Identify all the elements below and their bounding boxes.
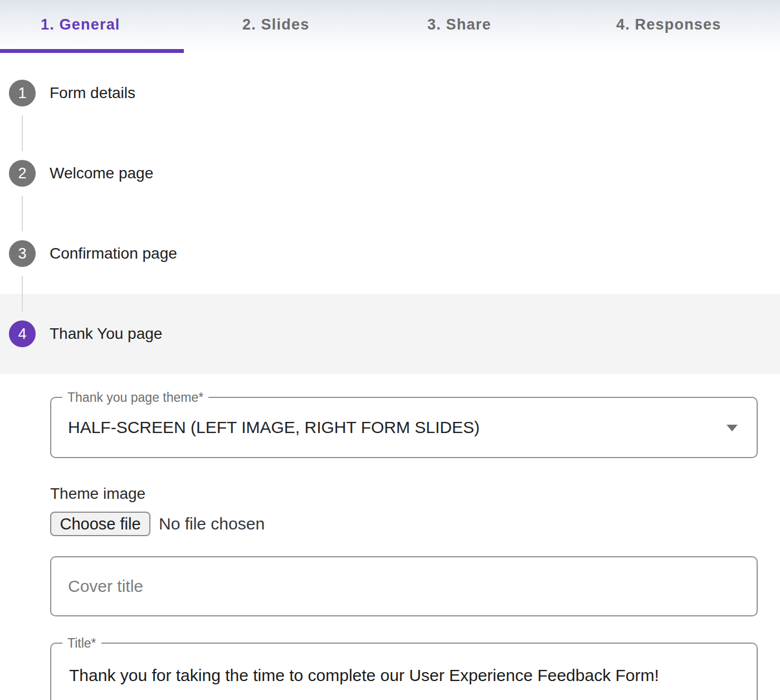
step-row-welcome-page[interactable]: 2 Welcome page (0, 133, 780, 213)
title-field[interactable]: Title* Thank you for taking the time to … (50, 643, 758, 700)
cover-title-input[interactable] (68, 577, 740, 596)
stepper: 1 Form details 2 Welcome page 3 Confirma… (0, 53, 780, 374)
file-chosen-status: No file chosen (159, 514, 265, 533)
title-label: Title* (62, 636, 101, 651)
step-number-badge: 2 (9, 160, 36, 187)
step-label: Confirmation page (50, 245, 177, 262)
thank-you-page-form: Thank you page theme* HALF-SCREEN (LEFT … (50, 397, 758, 700)
thank-you-theme-label: Thank you page theme* (62, 390, 208, 405)
thank-you-theme-value: HALF-SCREEN (LEFT IMAGE, RIGHT FORM SLID… (68, 418, 480, 437)
step-connector (22, 276, 23, 312)
step-row-thank-you-page[interactable]: 4 Thank You page (0, 294, 780, 374)
step-connector (22, 115, 23, 151)
tab-share[interactable]: 3. Share (427, 0, 491, 49)
step-label: Form details (50, 84, 135, 102)
theme-image-file-input: Choose file No file chosen (50, 512, 758, 536)
step-row-confirmation-page[interactable]: 3 Confirmation page (0, 213, 780, 294)
step-connector (22, 196, 23, 231)
choose-file-button[interactable]: Choose file (50, 512, 150, 536)
active-tab-indicator (0, 49, 184, 53)
tab-slides[interactable]: 2. Slides (242, 0, 309, 49)
step-number-badge: 1 (9, 80, 36, 106)
step-number-badge: 3 (9, 240, 36, 267)
tab-general[interactable]: 1. General (41, 0, 120, 49)
step-row-form-details[interactable]: 1 Form details (0, 53, 780, 133)
thank-you-theme-select[interactable]: Thank you page theme* HALF-SCREEN (LEFT … (50, 397, 758, 458)
tab-responses[interactable]: 4. Responses (616, 0, 721, 49)
step-label: Thank You page (50, 325, 162, 343)
step-number-badge: 4 (9, 320, 36, 347)
tab-bar: 1. General 2. Slides 3. Share 4. Respons… (0, 0, 780, 53)
cover-title-field (50, 556, 758, 616)
chevron-down-icon (727, 425, 738, 431)
title-value: Thank you for taking the time to complet… (69, 665, 740, 686)
theme-image-label: Theme image (50, 485, 758, 503)
step-label: Welcome page (50, 164, 153, 182)
